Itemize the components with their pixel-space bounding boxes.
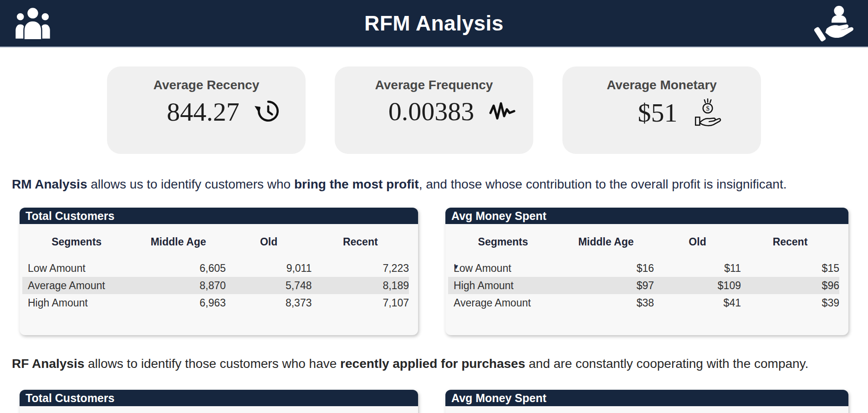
kpi-label: Average Recency: [153, 78, 259, 92]
kpi-card-average-monetary: Average Monetary $51 $: [562, 66, 761, 154]
page-title: RFM Analysis: [0, 11, 868, 36]
value-cell: 6,605: [131, 262, 226, 275]
description-text: allows to identify those customers who h…: [84, 357, 340, 371]
value-cell: 6,963: [131, 297, 226, 309]
pulse-line-icon: [489, 98, 516, 125]
rm-tables-row: Total Customers Segments Middle Age Old …: [20, 208, 848, 335]
recently-applied-bold: recently applied for purchases: [340, 357, 525, 371]
kpi-value: 844.27: [167, 97, 240, 127]
table-row[interactable]: Average Amount $38 $41 $39: [448, 294, 839, 311]
column-header-old[interactable]: Old: [654, 236, 741, 248]
kpi-value: $51: [638, 98, 678, 127]
table-row[interactable]: Low Amount $16 $11 $15: [448, 260, 839, 277]
value-cell: $109: [654, 280, 741, 292]
table-header-row: Segments Middle Age Old Recent: [448, 224, 839, 260]
history-clock-icon: [254, 97, 282, 127]
table-row[interactable]: Low Amount 6,605 9,011 7,223: [22, 260, 409, 277]
table-row[interactable]: Average Amount 8,870 5,748 8,189: [22, 277, 409, 294]
table-header-row: Segments Middle Age Old Recent: [22, 224, 409, 260]
kpi-label: Average Monetary: [607, 78, 717, 92]
kpi-label: Average Frequency: [375, 78, 493, 92]
value-cell: $39: [741, 297, 839, 309]
rf-analysis-bold: RF Analysis: [12, 357, 84, 371]
most-profit-bold: bring the most profit: [294, 177, 419, 191]
segment-cell: Low Amount: [22, 262, 131, 275]
description-text: and are constantly cooperating with the …: [525, 357, 808, 371]
column-header-middle-age[interactable]: Middle Age: [558, 236, 654, 248]
column-header-recent[interactable]: Recent: [312, 236, 409, 248]
column-header-old[interactable]: Old: [226, 236, 312, 248]
segment-cell: Average Amount: [448, 297, 558, 309]
kpi-card-average-recency: Average Recency 844.27: [107, 66, 306, 154]
rf-tables-row: Total Customers Avg Money Spent: [20, 390, 848, 413]
table-title: Total Customers: [20, 208, 418, 224]
column-header-recent[interactable]: Recent: [741, 236, 839, 248]
value-cell: $96: [741, 280, 839, 292]
value-cell: $11: [654, 262, 741, 275]
value-cell: $41: [654, 297, 741, 309]
svg-text:$: $: [706, 104, 710, 112]
app-header: RFM Analysis: [0, 0, 868, 47]
segment-cell: High Amount: [22, 297, 131, 309]
rf-analysis-description: RF Analysis allows to identify those cus…: [12, 356, 854, 372]
value-cell: 7,223: [312, 262, 409, 275]
segment-cell: Average Amount: [22, 280, 131, 292]
table-row[interactable]: High Amount $97 $109 $96: [448, 277, 839, 294]
value-cell: 8,373: [226, 297, 312, 309]
value-cell: 7,107: [312, 297, 409, 309]
sort-descending-icon[interactable]: ▼: [453, 263, 460, 270]
hand-coin-icon: $: [692, 97, 722, 129]
rm-analysis-bold: RM Analysis: [12, 177, 87, 191]
description-text: , and those whose contribution to the ov…: [419, 177, 787, 191]
kpi-value: 0.00383: [388, 97, 475, 126]
value-cell: 9,011: [226, 262, 312, 275]
table-total-customers-rm: Total Customers Segments Middle Age Old …: [20, 208, 418, 335]
value-cell: $15: [741, 262, 839, 275]
kpi-card-average-frequency: Average Frequency 0.00383: [335, 66, 533, 154]
column-header-middle-age[interactable]: Middle Age: [131, 236, 226, 248]
value-cell: 5,748: [226, 280, 312, 292]
table-row[interactable]: High Amount 6,963 8,373 7,107: [22, 294, 409, 311]
table-title: Avg Money Spent: [445, 390, 848, 406]
kpi-card-row: Average Recency 844.27 Average Frequency…: [0, 66, 868, 154]
table-total-customers-rf: Total Customers: [20, 390, 418, 413]
rm-analysis-description: RM Analysis allows us to identify custom…: [12, 177, 854, 192]
value-cell: 8,189: [312, 280, 409, 292]
table-title: Avg Money Spent: [445, 208, 848, 224]
segment-cell: High Amount: [448, 280, 558, 292]
column-header-segments[interactable]: Segments: [22, 236, 131, 248]
segment-cell: Low Amount: [448, 262, 558, 275]
value-cell: $38: [558, 297, 654, 309]
description-text: allows us to identify customers who: [87, 177, 294, 191]
table-title: Total Customers: [20, 390, 418, 406]
table-avg-money-spent-rm: Avg Money Spent ▼ Segments Middle Age Ol…: [445, 208, 848, 335]
value-cell: 8,870: [131, 280, 226, 292]
column-header-segments[interactable]: Segments: [448, 236, 558, 248]
value-cell: $97: [558, 280, 654, 292]
table-avg-money-spent-rf: Avg Money Spent: [445, 390, 848, 413]
value-cell: $16: [558, 262, 654, 275]
